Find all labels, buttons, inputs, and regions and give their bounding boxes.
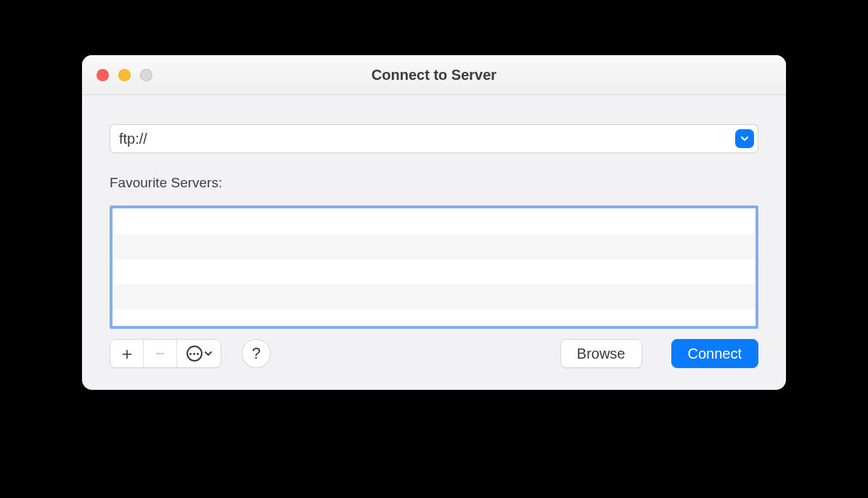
traffic-lights: [97, 69, 152, 81]
favourite-servers-label: Favourite Servers:: [110, 175, 758, 191]
minimize-window-button[interactable]: [118, 69, 131, 81]
help-button[interactable]: ?: [242, 339, 271, 368]
list-item: [112, 259, 756, 285]
plus-icon: ＋: [118, 345, 136, 362]
browse-button[interactable]: Browse: [560, 339, 642, 368]
browse-button-label: Browse: [577, 346, 626, 362]
recent-servers-dropdown[interactable]: [734, 124, 758, 153]
minus-icon: −: [155, 345, 165, 362]
chevron-down-icon: [205, 350, 212, 357]
close-window-button[interactable]: [97, 69, 109, 81]
fullscreen-window-button[interactable]: [140, 69, 152, 81]
remove-favourite-button[interactable]: −: [144, 340, 177, 367]
list-item: [112, 310, 756, 329]
ellipsis-circle-icon: [187, 346, 202, 362]
more-actions-button[interactable]: [177, 340, 221, 367]
list-item: [112, 234, 756, 259]
question-mark-icon: ?: [252, 344, 261, 363]
server-address-input[interactable]: [110, 124, 734, 153]
add-favourite-button[interactable]: ＋: [110, 340, 144, 367]
server-address-row: [110, 124, 758, 153]
window-title: Connect to Server: [82, 67, 786, 83]
titlebar: Connect to Server: [82, 55, 786, 95]
list-actions-group: ＋ −: [110, 339, 221, 368]
chevron-down-icon: [735, 129, 754, 148]
footer-toolbar: ＋ − ?: [110, 339, 758, 368]
connect-button[interactable]: Connect: [671, 339, 759, 368]
content-area: Favourite Servers: ＋ −: [82, 95, 786, 390]
connect-button-label: Connect: [688, 346, 742, 362]
list-item: [112, 285, 756, 310]
connect-to-server-window: Connect to Server Favourite Servers:: [82, 55, 786, 390]
favourite-servers-list[interactable]: [110, 205, 758, 329]
list-item: [112, 208, 756, 234]
